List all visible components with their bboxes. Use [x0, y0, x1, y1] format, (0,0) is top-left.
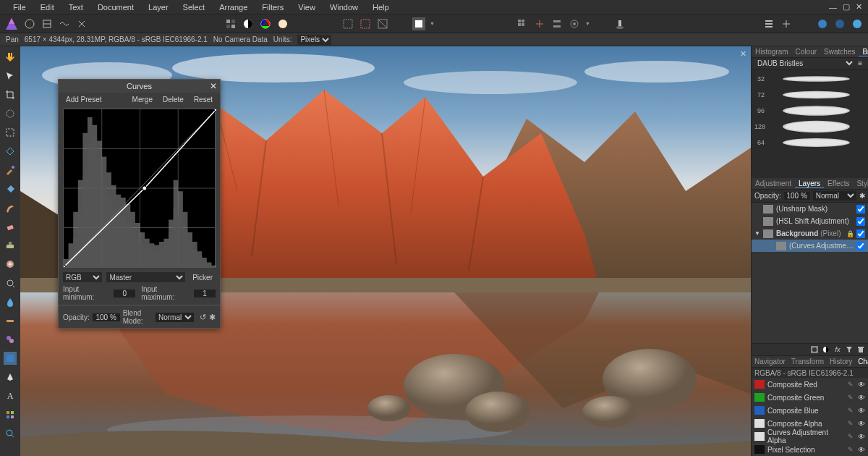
tab-channels[interactable]: Channels: [855, 358, 868, 366]
brush-preset[interactable]: 128: [754, 120, 865, 133]
healing-tool-icon[interactable]: [4, 258, 17, 271]
liquify-persona-icon[interactable]: [41, 17, 54, 30]
grid-icon[interactable]: [516, 17, 529, 30]
brush-preset[interactable]: 32: [754, 72, 865, 85]
pan-tool-icon[interactable]: [4, 51, 17, 64]
close-icon[interactable]: ✕: [210, 81, 217, 91]
menu-layer[interactable]: Layer: [141, 3, 176, 12]
insert-icon[interactable]: [780, 17, 793, 30]
tab-histogram[interactable]: Histogram: [752, 48, 792, 56]
brush-category-select[interactable]: DAUB Bristles: [754, 59, 855, 68]
blend-mode-select[interactable]: Normal: [156, 313, 194, 322]
reset-adjustment-icon[interactable]: ↺: [200, 313, 206, 322]
snap-icon[interactable]: [533, 17, 546, 30]
delete-layer-icon[interactable]: [856, 345, 865, 354]
visibility-checkbox[interactable]: [856, 205, 865, 214]
zoom-tool-icon[interactable]: [4, 427, 17, 440]
crop-tool-icon[interactable]: [4, 88, 17, 101]
canvas[interactable]: ✕ Curves ✕ Add Preset Merge Delete Reset…: [20, 46, 751, 456]
reset-button[interactable]: Reset: [191, 96, 216, 104]
layer-row[interactable]: (HSL Shift Adjustment): [752, 215, 868, 227]
canvas-close-icon[interactable]: ✕: [740, 49, 746, 59]
tab-effects[interactable]: Effects: [824, 180, 853, 187]
brush-preset[interactable]: 64: [754, 136, 865, 149]
clone-tool-icon[interactable]: [4, 239, 17, 252]
crop-dropdown-icon[interactable]: ▼: [430, 21, 435, 26]
align-icon[interactable]: [550, 17, 563, 30]
add-preset-button[interactable]: Add Preset: [63, 96, 104, 104]
curves-title[interactable]: Curves ✕: [59, 80, 220, 93]
order-icon[interactable]: [762, 17, 775, 30]
settings-icon[interactable]: ✱: [209, 313, 216, 322]
toolbar-dropdown-icon[interactable]: ▼: [585, 21, 590, 26]
edit-icon[interactable]: ✎: [848, 394, 855, 401]
tab-colour[interactable]: Colour: [792, 48, 820, 56]
auto-contrast-icon[interactable]: [242, 17, 255, 30]
marquee-tool-icon[interactable]: [4, 126, 17, 139]
auto-levels-icon[interactable]: [224, 17, 237, 30]
brush-panel-menu-icon[interactable]: ≡: [855, 59, 865, 67]
menu-window[interactable]: Window: [323, 3, 365, 12]
distribute-icon[interactable]: [568, 17, 581, 30]
edit-icon[interactable]: ✎: [848, 381, 855, 388]
edit-icon[interactable]: ✎: [848, 446, 855, 453]
tab-styles[interactable]: Styles: [853, 180, 868, 187]
expand-icon[interactable]: ▼: [754, 230, 760, 237]
auto-white-balance-icon[interactable]: [276, 17, 289, 30]
visibility-icon[interactable]: 👁: [858, 446, 865, 454]
develop-persona-icon[interactable]: [58, 17, 71, 30]
visibility-icon[interactable]: 👁: [858, 420, 865, 428]
picker-button[interactable]: Picker: [190, 274, 216, 282]
input-max-field[interactable]: [194, 290, 216, 297]
visibility-checkbox[interactable]: [856, 217, 865, 226]
edit-icon[interactable]: ✎: [848, 433, 855, 440]
tab-adjustment[interactable]: Adjustment: [752, 180, 795, 187]
flood-select-icon[interactable]: [4, 145, 17, 158]
selection-subtract-icon[interactable]: [376, 17, 389, 30]
visibility-checkbox[interactable]: [856, 229, 865, 238]
layers-blend-select[interactable]: Normal: [813, 191, 856, 200]
photo-persona-icon[interactable]: [23, 17, 36, 30]
brush-preset[interactable]: 72: [754, 88, 865, 101]
edit-icon[interactable]: ✎: [848, 420, 855, 427]
pixel-brush-icon[interactable]: [4, 201, 17, 214]
layers-opacity-field[interactable]: [784, 192, 810, 200]
input-min-field[interactable]: [114, 290, 135, 297]
selection-add-icon[interactable]: [359, 17, 372, 30]
adjustment-layer-icon[interactable]: [822, 345, 830, 354]
move-tool-icon[interactable]: [4, 69, 17, 83]
pen-tool-icon[interactable]: [4, 371, 17, 384]
visibility-checkbox[interactable]: [856, 242, 865, 250]
paint-brush-icon[interactable]: [4, 164, 17, 177]
circle-cyan-icon[interactable]: [851, 17, 864, 30]
tab-swatches[interactable]: Swatches: [820, 48, 859, 56]
visibility-icon[interactable]: 👁: [858, 433, 865, 441]
menu-filters[interactable]: Filters: [255, 3, 291, 12]
live-filter-icon[interactable]: [845, 345, 854, 354]
channel-row[interactable]: Composite Green✎👁: [752, 391, 868, 404]
text-tool-icon[interactable]: A: [4, 389, 17, 402]
window-close-icon[interactable]: ✕: [856, 2, 862, 12]
layer-fx-icon[interactable]: fx: [833, 345, 842, 354]
mask-layer-icon[interactable]: [810, 345, 819, 354]
tab-history[interactable]: History: [827, 358, 855, 366]
visibility-icon[interactable]: 👁: [858, 381, 865, 389]
channel-row[interactable]: Composite Red✎👁: [752, 378, 868, 391]
selection-brush-icon[interactable]: [4, 107, 17, 120]
delete-button[interactable]: Delete: [160, 96, 187, 104]
mesh-warp-icon[interactable]: [4, 314, 17, 327]
blur-tool-icon[interactable]: [4, 295, 17, 308]
tab-brushes[interactable]: Brushes: [859, 48, 868, 56]
tab-layers[interactable]: Layers: [795, 180, 824, 188]
edit-icon[interactable]: ✎: [848, 407, 855, 414]
eraser-tool-icon[interactable]: [4, 220, 17, 233]
visibility-icon[interactable]: 👁: [858, 407, 865, 415]
menu-text[interactable]: Text: [61, 3, 90, 12]
colour-picker-icon[interactable]: [4, 408, 17, 421]
channel-row[interactable]: Pixel Selection✎👁: [752, 443, 868, 456]
export-persona-icon[interactable]: [75, 17, 88, 30]
layer-row[interactable]: (Unsharp Mask): [752, 203, 868, 215]
window-maximize-icon[interactable]: ▢: [843, 2, 850, 12]
auto-colours-icon[interactable]: [259, 17, 272, 30]
dodge-tool-icon[interactable]: [4, 276, 17, 290]
